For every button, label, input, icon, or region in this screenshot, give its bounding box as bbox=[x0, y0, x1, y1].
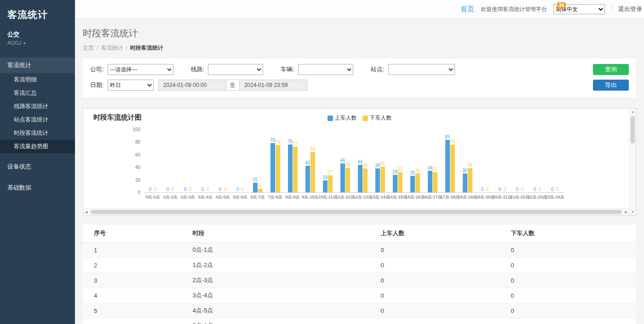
logout-link[interactable]: 退出登录 bbox=[618, 5, 642, 13]
bar-wrap: 0 bbox=[206, 187, 210, 192]
bar-wrap: 0 bbox=[183, 187, 188, 192]
bar bbox=[415, 174, 420, 192]
home-link[interactable]: 首页 bbox=[460, 5, 474, 14]
bar bbox=[363, 168, 368, 192]
bar-value-label: 0 bbox=[521, 187, 524, 192]
sidebar-item-基础数据[interactable]: 基础数据 bbox=[0, 180, 75, 196]
scroll-right-icon[interactable]: ▶ bbox=[625, 210, 627, 214]
bar-wrap: 38 bbox=[363, 163, 368, 192]
bar-value-label: 0 bbox=[534, 187, 536, 192]
bar-wrap: 15 bbox=[253, 177, 258, 192]
query-button[interactable]: 查询 bbox=[593, 64, 629, 75]
bar bbox=[445, 140, 450, 192]
date-end-input[interactable] bbox=[239, 80, 307, 91]
bar-wrap: 19 bbox=[323, 175, 328, 192]
app-root: 客流统计 公交 AQGJ ▾ 客流统计客流明细客流汇总线路客流统计站点客流统计时… bbox=[0, 0, 644, 324]
company-select[interactable]: ---请选择--- bbox=[108, 64, 173, 75]
bar-group: 005点-6点 bbox=[231, 130, 249, 201]
line-select[interactable] bbox=[208, 64, 263, 75]
bar bbox=[340, 163, 345, 192]
scroll-down-icon[interactable]: ▼ bbox=[630, 210, 636, 214]
bar-group: 837617点-18点 bbox=[441, 130, 459, 201]
bar bbox=[393, 175, 397, 192]
data-table: 序号时段上车人数下车人数 10点-1点0021点-2点0032点-3点0043点… bbox=[83, 225, 636, 324]
bar-wrap: 0 bbox=[218, 187, 223, 192]
vehicle-label: 车辆: bbox=[281, 65, 294, 74]
bar-value-label: 0 bbox=[539, 187, 541, 192]
bar-wrap: 0 bbox=[550, 187, 555, 192]
vehicle-select[interactable] bbox=[298, 64, 353, 75]
bar-group: 78757点-8点 bbox=[266, 130, 284, 201]
x-axis-label: 11点-12点 bbox=[336, 194, 354, 201]
table-cell: 6 bbox=[83, 318, 188, 324]
chart-y-axis: 020406080100 bbox=[90, 130, 144, 193]
date-start-input[interactable] bbox=[158, 80, 226, 91]
bar-pair: 156 bbox=[249, 130, 266, 193]
table-cell: 2 bbox=[83, 258, 188, 273]
legend-item[interactable]: 下车人数 bbox=[362, 114, 392, 122]
legend-item[interactable]: 上车人数 bbox=[328, 114, 357, 122]
sidebar: 客流统计 公交 AQGJ ▾ 客流统计客流明细客流汇总线路客流统计站点客流统计时… bbox=[0, 0, 75, 324]
bar-wrap: 0 bbox=[188, 187, 193, 192]
breadcrumb-item[interactable]: 客流统计 bbox=[101, 45, 123, 51]
scroll-left-icon[interactable]: ◀ bbox=[85, 210, 87, 214]
bar-value-label: 0 bbox=[219, 187, 222, 192]
chart-title: 时段车流统计图 bbox=[93, 113, 142, 121]
x-axis-label: 13点-14点 bbox=[371, 194, 389, 201]
export-button[interactable]: 导出 bbox=[593, 80, 629, 91]
bar-wrap: 64 bbox=[310, 146, 315, 192]
vertical-scrollbar-thumb[interactable] bbox=[631, 116, 635, 144]
x-axis-label: 9点-10点 bbox=[301, 194, 319, 201]
bar bbox=[358, 165, 362, 192]
bar-value-label: 27 bbox=[328, 170, 333, 175]
bar-value-label: 28 bbox=[392, 169, 397, 174]
bar-group: 192710点-11点 bbox=[319, 130, 336, 201]
bar-value-label: 0 bbox=[149, 187, 152, 192]
bar-wrap: 41 bbox=[380, 161, 385, 192]
table-cell: 2点-3点 bbox=[188, 273, 376, 288]
table-cell: 3 bbox=[83, 273, 188, 288]
x-axis-label: 22点-23点 bbox=[529, 194, 546, 201]
org-selector[interactable]: AQGJ ▾ bbox=[0, 39, 75, 46]
bar-value-label: 39 bbox=[345, 162, 350, 168]
bar-value-label: 0 bbox=[516, 187, 519, 192]
sidebar-item-时段客流统计[interactable]: 时段客流统计 bbox=[0, 127, 75, 140]
bar-wrap: 32 bbox=[398, 167, 402, 192]
bar-value-label: 0 bbox=[207, 187, 209, 192]
bar-wrap: 0 bbox=[538, 187, 542, 192]
sidebar-item-站点客流统计[interactable]: 站点客流统计 bbox=[0, 113, 75, 127]
bar-value-label: 30 bbox=[415, 168, 420, 173]
station-label: 站点: bbox=[371, 65, 385, 74]
bar-group: 42649点-10点 bbox=[301, 130, 319, 201]
bar bbox=[276, 145, 280, 192]
sidebar-item-线路客流统计[interactable]: 线路客流统计 bbox=[0, 100, 75, 113]
bar-value-label: 72 bbox=[293, 141, 298, 146]
bar-wrap: 0 bbox=[223, 187, 228, 192]
table-cell: 0 bbox=[376, 273, 506, 288]
bar-value-label: 38 bbox=[362, 163, 368, 168]
vertical-scrollbar: ▲ ▼ bbox=[629, 109, 636, 215]
bar-value-label: 76 bbox=[288, 139, 293, 144]
bar-wrap: 6 bbox=[258, 183, 263, 192]
date-preset-select[interactable]: 昨日 bbox=[108, 80, 154, 91]
bar-group: 0021点-22点 bbox=[511, 130, 529, 201]
date-to-label: 至 bbox=[226, 80, 240, 91]
bar-wrap: 38 bbox=[375, 163, 380, 192]
table-cell: 5 bbox=[83, 303, 188, 318]
bar-value-label: 44 bbox=[357, 159, 362, 164]
sidebar-item-客流量趋势图[interactable]: 客流量趋势图 bbox=[0, 140, 75, 153]
horizontal-scrollbar-thumb[interactable] bbox=[91, 210, 622, 214]
sidebar-item-设备状态[interactable]: 设备状态 bbox=[0, 159, 75, 174]
scroll-up-icon[interactable]: ▲ bbox=[630, 110, 636, 113]
chart-plot-scroll: 000点-1点001点-2点002点-3点003点-4点004点-5点005点-… bbox=[144, 130, 629, 201]
sidebar-item-客流明细[interactable]: 客流明细 bbox=[0, 73, 75, 87]
bar-pair: 00 bbox=[179, 130, 196, 193]
table-row: 54点-5点00 bbox=[83, 303, 636, 318]
x-axis-label: 4点-5点 bbox=[214, 194, 231, 201]
sidebar-item-客流统计[interactable]: 客流统计 bbox=[0, 58, 75, 73]
table-cell: 4 bbox=[83, 288, 188, 303]
bar bbox=[380, 167, 385, 192]
station-select[interactable] bbox=[388, 64, 455, 75]
sidebar-item-客流汇总[interactable]: 客流汇总 bbox=[0, 87, 75, 100]
breadcrumb-item[interactable]: 主页 bbox=[83, 45, 94, 51]
